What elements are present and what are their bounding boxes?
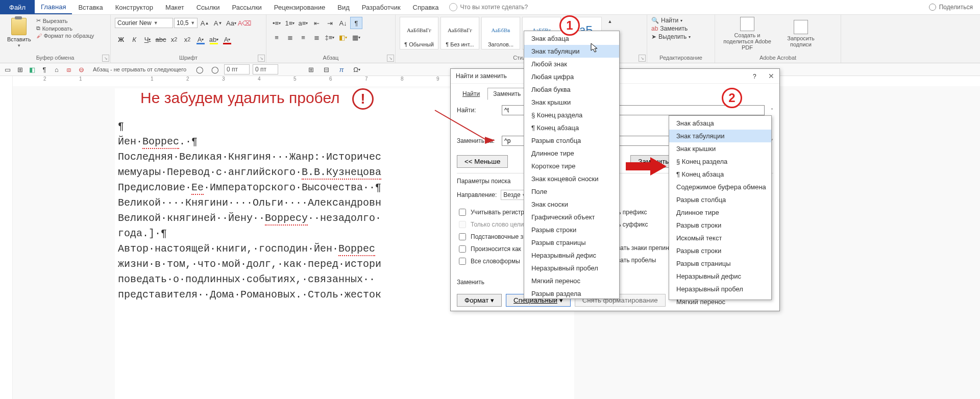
bold-button[interactable]: Ж <box>115 33 127 45</box>
superscript-button[interactable]: x2 <box>181 33 193 45</box>
tab-help[interactable]: Справка <box>407 0 445 14</box>
sb-spacing-before[interactable]: 0 пт <box>224 64 250 74</box>
menu1-item[interactable]: Графический объект <box>524 211 619 223</box>
strike-button[interactable]: abc <box>155 33 167 45</box>
menu1-item[interactable]: Разрыв страницы <box>524 236 619 249</box>
font-size-combo[interactable]: 10,5▼ <box>174 18 198 28</box>
less-button[interactable]: << Меньше <box>457 155 508 168</box>
menu2-item[interactable]: Длинное тире <box>669 206 771 219</box>
menu1-item[interactable]: Любая цифра <box>524 70 619 83</box>
menu2-item[interactable]: Неразрывный дефис <box>669 270 771 283</box>
style-heading1[interactable]: АаБбВвЗаголов... <box>481 17 520 49</box>
menu1-item[interactable]: Знак крышки <box>524 96 619 109</box>
text-effects-button[interactable]: A▾ <box>194 33 207 45</box>
styles-up[interactable]: ▲ <box>604 17 616 26</box>
sb-icon[interactable]: π <box>335 63 348 76</box>
dialog-tab-find[interactable]: Найти <box>457 88 485 100</box>
bullets-button[interactable]: •≡▾ <box>271 17 283 29</box>
menu1-item[interactable]: Неразрывный дефис <box>524 249 619 262</box>
menu2-item[interactable]: Мягкий перенос <box>669 295 771 308</box>
menu1-item[interactable]: ¶ Конец абзаца <box>524 121 619 134</box>
tab-insert[interactable]: Вставка <box>72 0 109 14</box>
align-left-button[interactable]: ≡ <box>271 31 283 43</box>
justify-button[interactable]: ≣ <box>310 31 323 43</box>
menu1-item[interactable]: Разрыв столбца <box>524 134 619 147</box>
sort-button[interactable]: A↓ <box>337 17 349 29</box>
sb-icon[interactable]: ⊞ <box>305 63 317 76</box>
menu2-item[interactable]: § Конец раздела <box>669 155 771 168</box>
subscript-button[interactable]: x2 <box>168 33 180 45</box>
menu1-item[interactable]: Поле <box>524 185 619 198</box>
sb-icon[interactable]: ⊖ <box>77 65 86 74</box>
line-spacing-button[interactable]: ‡≡▾ <box>324 31 336 43</box>
format-button[interactable]: Формат ▾ <box>457 294 502 307</box>
sb-icon[interactable]: ▭ <box>3 65 12 74</box>
highlight-button[interactable]: ab▾ <box>208 33 220 45</box>
sb-icon[interactable]: ⦻ <box>64 65 74 74</box>
menu2-item[interactable]: Разрыв строки <box>669 244 771 257</box>
menu1-item[interactable]: Неразрывный пробел <box>524 262 619 275</box>
menu2-item[interactable]: Содержимое буфера обмена <box>669 181 771 193</box>
menu2-item[interactable]: Искомый текст <box>669 232 771 244</box>
select-button[interactable]: ➤Выделить▾ <box>651 33 691 40</box>
create-pdf-button[interactable]: Создать и поделиться Adobe PDF <box>719 17 775 51</box>
request-sign-button[interactable]: Запросить подписи <box>780 20 821 47</box>
menu2-item[interactable]: ¶ Конец абзаца <box>669 168 771 181</box>
menu1-item[interactable]: Короткое тире <box>524 160 619 172</box>
change-case-button[interactable]: Aa▾ <box>225 17 237 29</box>
document-text[interactable]: ¶ Йен·Воррес.·¶ Последняя·Великая·Княгин… <box>118 119 381 303</box>
menu1-item-tab[interactable]: Знак табуляции <box>524 45 619 58</box>
menu1-item[interactable]: Знак концевой сноски <box>524 172 619 185</box>
sb-icon[interactable]: ⊞ <box>15 65 24 74</box>
borders-button[interactable]: ▦▾ <box>350 31 362 43</box>
sb-spacing-after[interactable]: 0 пт <box>253 64 278 74</box>
menu1-item[interactable]: Разрыв строки <box>524 223 619 236</box>
menu1-item[interactable]: Знак сноски <box>524 198 619 211</box>
grow-font-button[interactable]: A▲ <box>199 17 211 29</box>
dialog-close-button[interactable]: ✕ <box>768 72 774 80</box>
menu1-item[interactable]: § Конец раздела <box>524 109 619 121</box>
menu1-item[interactable]: Мягкий перенос <box>524 275 619 287</box>
tab-design[interactable]: Конструктор <box>109 0 159 14</box>
align-right-button[interactable]: ≡ <box>297 31 309 43</box>
clipboard-launcher[interactable]: ↘ <box>102 55 109 62</box>
replace-button[interactable]: abЗаменить <box>651 25 691 32</box>
menu2-item[interactable]: Разрыв строки <box>669 219 771 232</box>
increase-indent-button[interactable]: ⇥ <box>324 17 336 29</box>
dialog-tab-replace[interactable]: Заменить <box>487 88 526 100</box>
styles-launcher[interactable]: ↘ <box>639 55 646 62</box>
paste-button[interactable]: Вставить ▼ <box>4 17 34 49</box>
sb-radio[interactable]: ◯ <box>193 63 206 76</box>
italic-button[interactable]: К <box>128 33 140 45</box>
dialog-help-button[interactable]: ? <box>753 73 756 80</box>
menu2-item[interactable]: Знак крышки <box>669 142 771 155</box>
sb-icon[interactable]: Ω▾ <box>351 63 363 76</box>
menu1-item[interactable]: Разрыв раздела <box>524 287 619 299</box>
menu1-item[interactable]: Любая буква <box>524 83 619 96</box>
sb-icon[interactable]: ⌂ <box>52 65 61 74</box>
menu2-item[interactable]: Разрыв страницы <box>669 257 771 270</box>
sb-icon[interactable]: ¶ <box>40 65 49 74</box>
menu2-item[interactable]: Неразрывный пробел <box>669 283 771 295</box>
menu1-item[interactable]: Любой знак <box>524 58 619 70</box>
sb-icon[interactable]: ⊟ <box>320 63 332 76</box>
format-painter-button[interactable]: 🖌Формат по образцу <box>36 32 94 39</box>
font-color-button[interactable]: A▾ <box>221 33 233 45</box>
tab-home[interactable]: Главная <box>35 0 72 14</box>
menu2-item[interactable]: Разрыв столбца <box>669 193 771 206</box>
decrease-indent-button[interactable]: ⇤ <box>310 17 323 29</box>
numbering-button[interactable]: 1≡▾ <box>284 17 296 29</box>
align-center-button[interactable]: ≣ <box>284 31 296 43</box>
shrink-font-button[interactable]: A▼ <box>212 17 224 29</box>
style-normal[interactable]: АаБбВвГг¶ Обычный <box>400 17 438 49</box>
font-name-combo[interactable]: Courier New▼ <box>115 18 173 28</box>
menu2-item[interactable]: Знак абзаца <box>669 117 771 130</box>
tab-references[interactable]: Ссылки <box>190 0 226 14</box>
sb-radio[interactable]: ◯ <box>209 63 221 76</box>
share-button[interactable]: Поделиться <box>922 0 980 14</box>
menu2-item-tab[interactable]: Знак табуляции <box>669 130 771 142</box>
find-button[interactable]: 🔍Найти▾ <box>651 17 691 24</box>
underline-button[interactable]: Ч▾ <box>141 33 154 45</box>
menu1-item[interactable]: Длинное тире <box>524 147 619 160</box>
font-launcher[interactable]: ↘ <box>258 55 265 62</box>
